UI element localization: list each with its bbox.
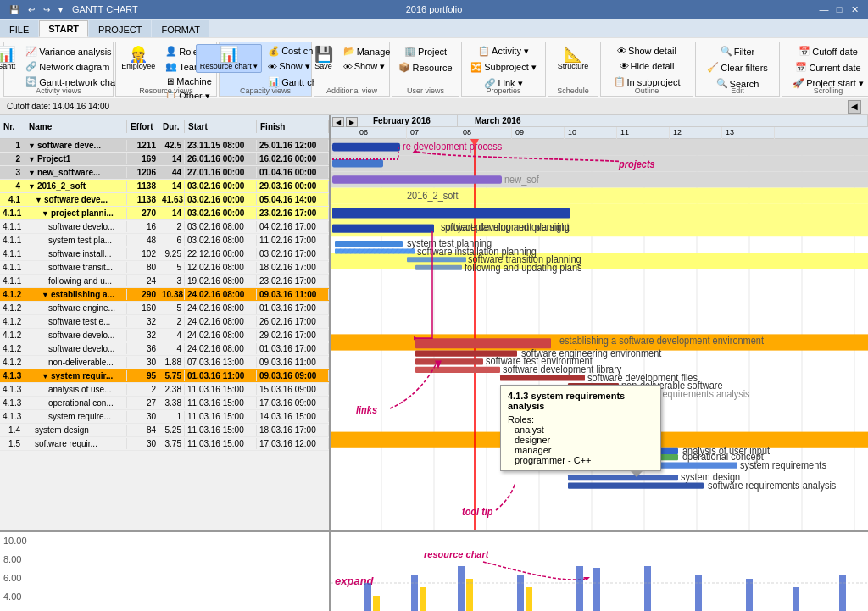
resource-chart-area: expand resource chart 4 5 6 (331, 532, 868, 611)
gantt-icon: 📊 (0, 47, 15, 62)
table-row[interactable]: 4.1.1 software develo... 16 2 03.02.16 0… (0, 220, 329, 234)
y-label-8: 8.00 (3, 554, 326, 564)
svg-rect-36 (335, 241, 403, 247)
employee-view-button[interactable]: 👷 Employee (117, 44, 159, 73)
svg-text:system requirements: system requirements (740, 458, 826, 471)
manage-button[interactable]: 📂 Manage (340, 44, 394, 58)
nav-right-button[interactable]: ▶ (346, 117, 358, 127)
minimize-button[interactable]: — (817, 3, 831, 16)
table-row[interactable]: 4.1.1 following and u... 24 3 19.02.16 0… (0, 275, 329, 288)
ribbon-group-schedule: 📐 Structure Schedule (548, 42, 598, 97)
network-diagram-button[interactable]: 🔗 Network diagram (22, 59, 125, 74)
show-view-button[interactable]: 👁 Show ▾ (340, 59, 394, 74)
tab-file[interactable]: FILE (0, 20, 38, 37)
ribbon-tabs: FILE START PROJECT FORMAT (0, 19, 868, 37)
show-detail-button[interactable]: 👁 Show detail (614, 44, 680, 58)
expand-icon[interactable]: ▼ (28, 142, 36, 150)
header-dur: Dur. (159, 120, 185, 133)
table-row[interactable]: 3 ▼new_software... 1206 44 27.01.16 00:0… (0, 166, 329, 180)
cutoff-date-icon: 📅 (798, 46, 810, 57)
table-row[interactable]: 4.1.3 system require... 30 1 11.03.16 15… (0, 410, 329, 424)
cutoff-date-button[interactable]: 📅 Cutoff date (795, 44, 861, 58)
undo-button[interactable]: ↩ (25, 4, 37, 15)
svg-text:establishing a software develo: establishing a software development envi… (559, 334, 765, 347)
week-09: 09 (512, 127, 565, 139)
table-row[interactable]: 4.1 ▼software deve... 1138 41.63 03.02.1… (0, 193, 329, 207)
svg-rect-49 (415, 358, 483, 364)
svg-text:following and updating plans: following and updating plans (465, 261, 582, 274)
resource-chart-icon: 📊 (220, 47, 238, 62)
clear-filters-icon: 🧹 (707, 62, 719, 73)
network-icon: 🔗 (25, 61, 37, 72)
svg-text:new_sof: new_sof (504, 173, 539, 186)
filter-button[interactable]: 🔍 Filter (717, 44, 758, 58)
resource-y-axis: 10.00 8.00 6.00 4.00 2.00 (3, 536, 326, 611)
table-row[interactable]: 4.1.1 software install... 102 9.25 22.12… (0, 247, 329, 261)
save-main-button[interactable]: 💾 Save (310, 44, 337, 73)
svg-rect-96 (746, 579, 753, 611)
resource-button[interactable]: 📦 Resource (395, 60, 455, 75)
table-row[interactable]: 4.1.3 ▼system requir... 95 5.75 01.03.16… (0, 369, 329, 383)
maximize-button[interactable]: □ (832, 3, 846, 16)
table-row[interactable]: 4.1.1 ▼project planni... 270 14 03.02.16… (0, 207, 329, 220)
svg-text:resource chart: resource chart (424, 549, 490, 559)
structure-button[interactable]: 📐 Structure (554, 44, 593, 73)
table-row[interactable]: 4.1.2 ▼establishing a... 290 10.38 24.02… (0, 288, 329, 302)
hide-detail-button[interactable]: 👁 Hide detail (616, 59, 678, 73)
qa-dropdown-button[interactable]: ▾ (56, 4, 65, 15)
svg-rect-34 (332, 225, 434, 233)
subproject-button[interactable]: 🔀 Subproject ▾ (467, 60, 540, 75)
ribbon-group-edit: 🔍 Filter 🧹 Clear filters 🔍 Search Edit (695, 42, 780, 97)
table-row[interactable]: 4.1.3 operational con... 27 3.38 11.03.1… (0, 397, 329, 410)
save-button[interactable]: 💾 (7, 4, 22, 15)
table-row[interactable]: 4.1.2 software test e... 32 2 24.02.16 0… (0, 315, 329, 329)
variance-analysis-button[interactable]: 📈 Variance analysis (22, 44, 125, 58)
table-row[interactable]: 4.1.1 system test pla... 48 6 03.02.16 0… (0, 234, 329, 247)
svg-rect-76 (364, 583, 371, 611)
svg-rect-51 (415, 367, 500, 373)
save-main-icon: 💾 (314, 47, 333, 62)
tooltip-role-manager: manager (508, 445, 654, 455)
task-table-panel: Nr. Name Effort Dur. Start Finish 1 ▼sof… (0, 115, 331, 530)
week-11: 11 (617, 127, 670, 139)
table-row[interactable]: 4.1.1 software transit... 80 5 12.02.16 … (0, 261, 329, 275)
table-row[interactable]: 4 ▼2016_2_soft 1138 14 03.02.16 00:00 29… (0, 180, 329, 193)
nav-left-button[interactable]: ◀ (332, 117, 344, 127)
cell-effort: 1211 (127, 140, 159, 151)
table-row[interactable]: 4.1.2 software develo... 36 4 24.02.16 0… (0, 342, 329, 356)
capacity-views-label: Capacity views (220, 86, 311, 95)
y-label-6: 6.00 (3, 573, 326, 583)
employee-icon: 👷 (129, 47, 147, 62)
task-rows: 1 ▼software deve... 1211 42.5 23.11.15 0… (0, 139, 329, 530)
table-row[interactable]: 1 ▼software deve... 1211 42.5 23.11.15 0… (0, 139, 329, 153)
svg-rect-31 (332, 208, 570, 219)
table-row[interactable]: 4.1.2 software develo... 32 4 24.02.16 0… (0, 329, 329, 342)
svg-text:2016_2_soft: 2016_2_soft (407, 189, 459, 202)
svg-rect-65 (568, 475, 678, 480)
table-row[interactable]: 1.5 software requir... 30 3.75 11.03.16 … (0, 437, 329, 451)
current-date-button[interactable]: 📅 Current date (792, 60, 864, 75)
project-button[interactable]: 🏢 Project (401, 44, 450, 58)
show-icon: 👁 (268, 62, 277, 72)
collapse-left-button[interactable]: ◀ (848, 100, 861, 114)
svg-rect-23 (332, 143, 400, 152)
tooltip-roles-label: Roles: (508, 414, 654, 425)
svg-rect-86 (526, 587, 532, 611)
table-row[interactable]: 4.1.2 software engine... 160 5 24.02.16 … (0, 302, 329, 315)
tab-project[interactable]: PROJECT (89, 20, 151, 37)
show-detail-icon: 👁 (617, 46, 626, 56)
activity-button[interactable]: 📋 Activity ▾ (475, 44, 532, 58)
activity-views-label: Activity views (4, 86, 113, 95)
table-row[interactable]: 2 ▼Project1 169 14 26.01.16 00:00 16.02.… (0, 153, 329, 166)
gantt-view-button[interactable]: 📊 Gantt (0, 44, 19, 73)
close-button[interactable]: ✕ (848, 3, 861, 16)
resource-chart-button[interactable]: 📊 Resource chart ▾ (196, 44, 263, 73)
table-row[interactable]: 1.4 system design 84 5.25 11.03.16 15:00… (0, 424, 329, 437)
redo-button[interactable]: ↪ (41, 4, 53, 15)
clear-filters-button[interactable]: 🧹 Clear filters (704, 60, 771, 75)
tab-start[interactable]: START (39, 20, 88, 37)
tab-format[interactable]: FORMAT (152, 20, 209, 37)
table-row[interactable]: 4.1.2 non-deliverable... 30 1.88 07.03.1… (0, 356, 329, 369)
edit-label: Edit (696, 86, 779, 95)
table-row[interactable]: 4.1.3 analysis of use... 2 2.38 11.03.16… (0, 383, 329, 397)
